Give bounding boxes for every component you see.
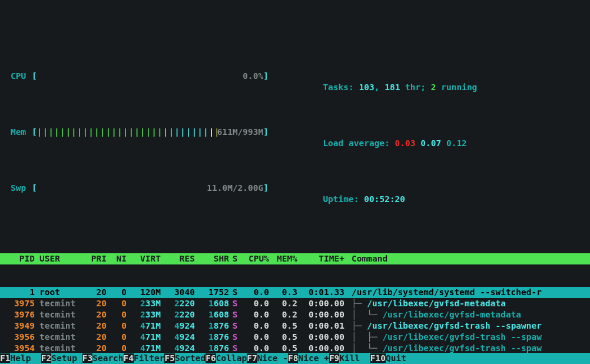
load-2: 0.07 <box>420 138 441 148</box>
cell-ni: 0 <box>107 287 127 298</box>
cell-time: 0:01.33 <box>297 287 344 298</box>
col-virt[interactable]: VIRT <box>127 253 161 264</box>
cell-time: 0:00.00 <box>297 332 344 343</box>
swp-label: Swp <box>11 183 32 216</box>
cell-shr: 1752 <box>195 287 229 298</box>
cell-time: 0:00.01 <box>297 320 344 332</box>
cell-virt: 471M <box>127 320 161 332</box>
cell-pid: 3975 <box>5 298 35 309</box>
process-row[interactable]: 3956tecmint200471M49241876S0.00.50:00.00… <box>0 332 590 343</box>
cell-ni: 0 <box>107 298 127 309</box>
cell-ni: 0 <box>107 332 127 343</box>
col-mem[interactable]: MEM% <box>269 253 297 264</box>
cell-mem: 0.3 <box>269 287 297 298</box>
mem-label: Mem <box>11 127 32 160</box>
swp-bar: [11.0M/2.00G] <box>32 183 269 216</box>
cell-user: tecmint <box>35 298 82 309</box>
uptime: 00:52:20 <box>364 194 405 204</box>
cell-pid: 3976 <box>5 309 35 320</box>
footer-f10[interactable]: F10Quit <box>370 353 417 364</box>
column-header[interactable]: PID USER PRI NI VIRT RES SHR S CPU% MEM%… <box>0 253 590 264</box>
cell-virt: 120M <box>127 287 161 298</box>
cell-shr: 1876 <box>195 320 229 332</box>
load-1: 0.03 <box>395 138 416 148</box>
cell-mem: 0.2 <box>269 298 297 309</box>
col-cpu[interactable]: CPU% <box>241 253 269 264</box>
col-ni[interactable]: NI <box>107 253 127 264</box>
footer-f5[interactable]: F5Sorted <box>164 353 205 364</box>
cell-mem: 0.5 <box>269 320 297 332</box>
cell-cpu: 0.0 <box>241 298 269 309</box>
cell-state: S <box>229 320 241 332</box>
tasks-total: 103 <box>359 82 374 92</box>
cell-shr: 1876 <box>195 332 229 343</box>
load-3: 0.12 <box>446 138 467 148</box>
cell-res: 4924 <box>161 332 195 343</box>
cell-command: /usr/lib/systemd/systemd --switched-r <box>344 287 590 298</box>
process-row[interactable]: 1root200120M30401752S0.00.30:01.33/usr/l… <box>0 287 590 298</box>
cell-pri: 20 <box>82 332 107 343</box>
col-pid[interactable]: PID <box>5 253 35 264</box>
cpu-label: CPU <box>11 71 32 104</box>
col-time[interactable]: TIME+ <box>297 253 344 264</box>
cell-pri: 20 <box>82 309 107 320</box>
cell-command: ├─ /usr/libexec/gvfsd-trash --spawner <box>344 320 590 332</box>
footer-f6[interactable]: F6Collap <box>205 353 247 364</box>
tasks-label: Tasks: <box>323 82 359 92</box>
cell-command: │ └─ /usr/libexec/gvfsd-metadata <box>344 309 590 320</box>
cell-command: ├─ /usr/libexec/gvfsd-metadata <box>344 298 590 309</box>
cell-res: 4924 <box>161 320 195 332</box>
cell-pid: 3949 <box>5 320 35 332</box>
process-row[interactable]: 3976tecmint200233M22201608S0.00.20:00.00… <box>0 309 590 320</box>
cell-command: │ ├─ /usr/libexec/gvfsd-trash --spaw <box>344 332 590 343</box>
col-res[interactable]: RES <box>161 253 195 264</box>
footer-f9[interactable]: F9Kill <box>329 353 370 364</box>
footer-f4[interactable]: F4Filter <box>124 353 165 364</box>
header: CPU [0.0%] Tasks: 103, 181 thr; 2 runnin… <box>0 45 590 231</box>
cell-state: S <box>229 287 241 298</box>
cell-mem: 0.5 <box>269 332 297 343</box>
footer-f1[interactable]: F1Help <box>0 353 41 364</box>
process-row[interactable]: 3975tecmint200233M22201608S0.00.20:00.00… <box>0 298 590 309</box>
cell-virt: 233M <box>127 309 161 320</box>
col-pri[interactable]: PRI <box>82 253 107 264</box>
cell-virt: 233M <box>127 298 161 309</box>
cell-res: 2220 <box>161 309 195 320</box>
col-cmd[interactable]: Command <box>344 253 590 264</box>
mem-bar: [||||||||||||||||||||||||||||||||||||||6… <box>32 127 269 160</box>
cpu-bar: [0.0%] <box>32 71 269 104</box>
footer-f2[interactable]: F2Setup <box>41 353 82 364</box>
cell-res: 3040 <box>161 287 195 298</box>
uptime-label: Uptime: <box>323 194 364 204</box>
cell-pid: 3956 <box>5 332 35 343</box>
process-row[interactable]: 3949tecmint200471M49241876S0.00.50:00.01… <box>0 320 590 332</box>
col-user[interactable]: USER <box>35 253 82 264</box>
load-label: Load average: <box>323 138 395 148</box>
cell-pri: 20 <box>82 298 107 309</box>
cell-user: tecmint <box>35 332 82 343</box>
footer-f7[interactable]: F7Nice - <box>247 353 288 364</box>
cell-cpu: 0.0 <box>241 332 269 343</box>
cell-state: S <box>229 332 241 343</box>
cell-user: tecmint <box>35 320 82 332</box>
footer-f3[interactable]: F3Search <box>82 353 124 364</box>
cell-res: 2220 <box>161 298 195 309</box>
tasks-running: 2 <box>431 82 436 92</box>
cell-mem: 0.2 <box>269 309 297 320</box>
cell-user: tecmint <box>35 309 82 320</box>
cell-user: root <box>35 287 82 298</box>
cell-ni: 0 <box>107 309 127 320</box>
cell-ni: 0 <box>107 320 127 332</box>
col-shr[interactable]: SHR <box>195 253 229 264</box>
cell-virt: 471M <box>127 332 161 343</box>
cell-pri: 20 <box>82 320 107 332</box>
cell-time: 0:00.00 <box>297 309 344 320</box>
cell-cpu: 0.0 <box>241 309 269 320</box>
cell-shr: 1608 <box>195 309 229 320</box>
cell-pid: 1 <box>5 287 35 298</box>
cell-cpu: 0.0 <box>241 287 269 298</box>
footer-f8[interactable]: F8Nice + <box>288 353 329 364</box>
cell-time: 0:00.00 <box>297 298 344 309</box>
col-s[interactable]: S <box>229 253 241 264</box>
tasks-threads: 181 <box>385 82 400 92</box>
